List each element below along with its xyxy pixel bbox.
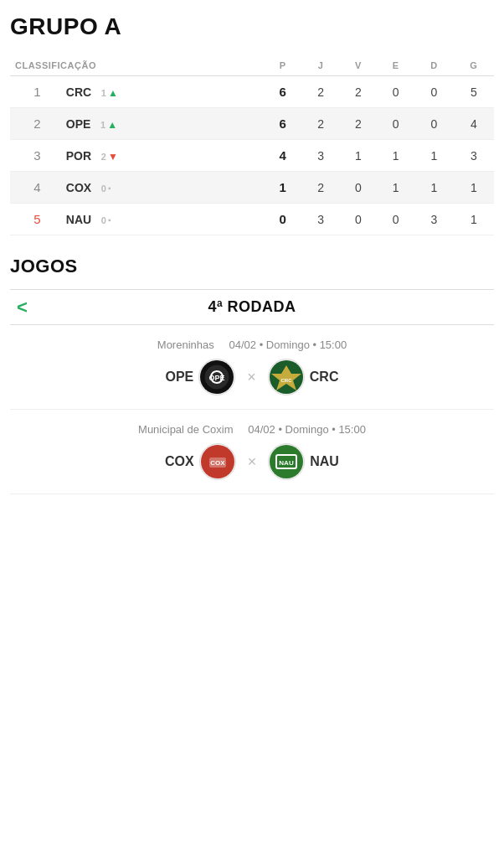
v-cell: 0 <box>340 204 378 235</box>
trend-down-icon: ▼ <box>108 151 118 163</box>
away-team-name: CRC <box>310 370 339 385</box>
home-team-block: COX COX <box>165 443 236 480</box>
jogos-title: JOGOS <box>10 256 494 277</box>
rank-info: 0 ▪ <box>101 183 111 194</box>
home-team-logo: OPE <box>198 359 235 395</box>
match-venue-row: Municipal de Coxim 04/02 • Domingo • 15:… <box>17 421 487 437</box>
g-cell: 1 <box>454 172 494 204</box>
home-team-logo: COX <box>199 443 236 480</box>
match-date: 04/02 • Domingo • 15:00 <box>229 339 347 351</box>
away-team-block: CRC CRC <box>268 359 339 395</box>
points-cell: 6 <box>264 76 302 108</box>
prev-rank: 0 <box>101 183 106 194</box>
team-name: POR <box>66 149 91 163</box>
home-team-block: OPE OPE <box>166 359 236 395</box>
e-cell: 1 <box>377 172 414 204</box>
match-date: 04/02 • Domingo • 15:00 <box>248 423 366 436</box>
col-classification: CLASSIFICAÇÃO <box>10 55 264 76</box>
svg-text:NAU: NAU <box>280 459 295 467</box>
table-row: 3 POR 2 ▼ 4 3 1 1 1 3 <box>10 140 494 172</box>
vs-separator: × <box>248 453 257 471</box>
table-row: 5 NAU 0 ▪ 0 3 0 0 3 1 <box>10 204 494 235</box>
rank-cell: 5 <box>10 204 63 235</box>
prev-rank: 0 <box>101 215 106 225</box>
rank-cell: 1 <box>10 76 63 108</box>
team-name: OPE <box>66 117 91 131</box>
away-team-logo: CRC <box>268 359 305 395</box>
v-cell: 2 <box>340 108 378 140</box>
svg-text:CRC: CRC <box>280 378 292 383</box>
v-cell: 2 <box>340 76 378 108</box>
prev-rank: 2 <box>101 152 106 162</box>
g-cell: 4 <box>454 108 494 140</box>
match-block: Municipal de Coxim 04/02 • Domingo • 15:… <box>10 410 494 494</box>
prev-rodada-button[interactable]: < <box>17 298 28 317</box>
trend-up-icon: ▲ <box>107 119 117 131</box>
e-cell: 0 <box>377 108 414 140</box>
j-cell: 2 <box>302 108 340 140</box>
col-d: D <box>414 55 454 76</box>
table-row: 2 OPE 1 ▲ 6 2 2 0 0 4 <box>10 108 494 140</box>
svg-text:COX: COX <box>210 459 225 467</box>
page-wrapper: GRUPO A CLASSIFICAÇÃO P J V E D G 1 CRC … <box>0 0 504 508</box>
trend-neutral-icon: ▪ <box>108 183 111 193</box>
d-cell: 0 <box>414 108 454 140</box>
rodada-title: 4ª RODADA <box>208 298 296 316</box>
rank-info: 0 ▪ <box>101 215 111 225</box>
match-venue-row: Moreninhas 04/02 • Domingo • 15:00 <box>17 337 487 352</box>
d-cell: 0 <box>414 76 454 108</box>
match-venue: Municipal de Coxim <box>138 423 233 436</box>
team-name: NAU <box>66 213 91 226</box>
e-cell: 1 <box>377 140 414 172</box>
match-teams-row: OPE OPE × CRC CRC <box>17 359 487 395</box>
v-cell: 0 <box>340 172 378 204</box>
away-team-logo: NAU <box>268 443 305 480</box>
d-cell: 1 <box>414 172 454 204</box>
j-cell: 2 <box>302 172 340 204</box>
e-cell: 0 <box>377 76 414 108</box>
team-cell: CRC 1 ▲ <box>63 76 264 108</box>
points-cell: 1 <box>264 172 302 204</box>
e-cell: 0 <box>377 204 414 235</box>
matches-container: Moreninhas 04/02 • Domingo • 15:00 OPE O… <box>10 325 494 494</box>
team-cell: POR 2 ▼ <box>63 140 264 172</box>
match-teams-row: COX COX × NAU NAU <box>17 443 487 480</box>
rank-cell: 2 <box>10 108 63 140</box>
rank-info: 2 ▼ <box>101 151 118 163</box>
team-name: COX <box>66 181 91 194</box>
vs-separator: × <box>247 369 256 386</box>
standings-table: CLASSIFICAÇÃO P J V E D G 1 CRC 1 ▲ 6 2 <box>10 55 494 235</box>
match-venue: Moreninhas <box>157 339 214 351</box>
table-header-row: CLASSIFICAÇÃO P J V E D G <box>10 55 494 76</box>
j-cell: 3 <box>302 204 340 235</box>
home-team-name: OPE <box>166 370 194 385</box>
col-v: V <box>340 55 378 76</box>
j-cell: 3 <box>302 140 340 172</box>
points-cell: 4 <box>264 140 302 172</box>
d-cell: 1 <box>414 140 454 172</box>
rank-info: 1 ▲ <box>100 119 117 131</box>
group-title: GRUPO A <box>10 13 494 40</box>
v-cell: 1 <box>340 140 378 172</box>
trend-up-icon: ▲ <box>108 87 118 99</box>
team-cell: COX 0 ▪ <box>63 172 264 204</box>
j-cell: 2 <box>302 76 340 108</box>
trend-neutral-icon: ▪ <box>108 215 111 225</box>
away-team-name: NAU <box>310 454 339 469</box>
d-cell: 3 <box>414 204 454 235</box>
match-block: Moreninhas 04/02 • Domingo • 15:00 OPE O… <box>10 325 494 410</box>
away-team-block: NAU NAU <box>268 443 339 480</box>
table-row: 4 COX 0 ▪ 1 2 0 1 1 1 <box>10 172 494 204</box>
col-e: E <box>377 55 414 76</box>
col-p: P <box>264 55 302 76</box>
prev-rank: 1 <box>100 120 105 130</box>
g-cell: 5 <box>454 76 494 108</box>
g-cell: 3 <box>454 140 494 172</box>
col-g: G <box>454 55 494 76</box>
table-row: 1 CRC 1 ▲ 6 2 2 0 0 5 <box>10 76 494 108</box>
rodada-header: < 4ª RODADA <box>10 289 494 325</box>
col-j: J <box>302 55 340 76</box>
team-cell: OPE 1 ▲ <box>63 108 264 140</box>
rank-cell: 3 <box>10 140 63 172</box>
prev-rank: 1 <box>101 88 106 98</box>
